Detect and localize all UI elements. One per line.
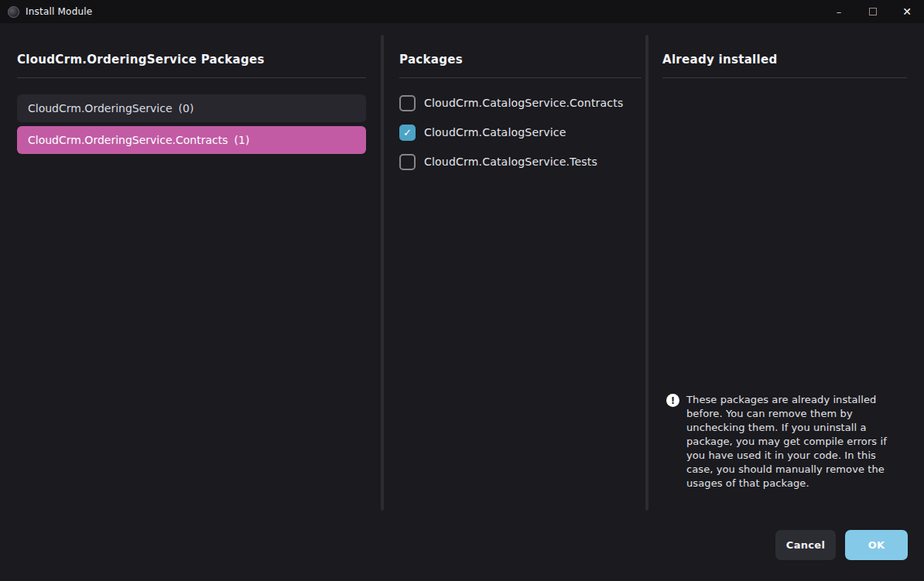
module-item-name: CloudCrm.OrderingService	[28, 102, 173, 114]
checkbox-checked-icon[interactable]: ✓	[399, 125, 416, 141]
module-item-orderingservice[interactable]: CloudCrm.OrderingService (0)	[17, 94, 366, 122]
packages-panel-underline	[399, 77, 642, 78]
package-row-catalogservice[interactable]: ✓ CloudCrm.CatalogService	[399, 123, 642, 142]
maximize-icon	[869, 8, 877, 15]
info-icon: !	[666, 394, 679, 407]
window-controls: – ✕	[822, 0, 924, 23]
installed-panel-header: Already installed	[662, 53, 778, 67]
module-item-count: (0)	[179, 102, 194, 114]
package-row-catalogservice-tests[interactable]: CloudCrm.CatalogService.Tests	[399, 152, 642, 171]
package-label: CloudCrm.CatalogService.Tests	[424, 156, 597, 168]
titlebar: Install Module – ✕	[0, 0, 924, 23]
module-item-orderingservice-contracts[interactable]: CloudCrm.OrderingService.Contracts (1)	[17, 126, 366, 154]
minimize-icon: –	[837, 6, 842, 18]
divider-right	[645, 35, 649, 511]
window-title: Install Module	[26, 6, 92, 17]
module-list: CloudCrm.OrderingService (0) CloudCrm.Or…	[17, 94, 366, 158]
app-icon	[8, 6, 19, 18]
checkbox-unchecked-icon[interactable]	[399, 95, 416, 111]
checkbox-unchecked-icon[interactable]	[399, 154, 416, 170]
package-list: CloudCrm.CatalogService.Contracts ✓ Clou…	[399, 94, 642, 182]
module-item-name: CloudCrm.OrderingService.Contracts	[28, 134, 228, 146]
close-button[interactable]: ✕	[890, 0, 924, 23]
installed-panel-underline	[662, 77, 907, 78]
module-item-count: (1)	[234, 134, 250, 146]
modules-panel-header: CloudCrm.OrderingService Packages	[17, 53, 265, 67]
package-row-catalogservice-contracts[interactable]: CloudCrm.CatalogService.Contracts	[399, 94, 642, 112]
packages-panel-header: Packages	[399, 53, 463, 67]
cancel-button[interactable]: Cancel	[775, 530, 836, 560]
modules-panel-underline	[17, 77, 366, 78]
installed-note-text: These packages are already installed bef…	[686, 393, 894, 490]
maximize-button[interactable]	[856, 0, 890, 23]
divider-left	[381, 35, 384, 511]
close-icon: ✕	[902, 5, 912, 18]
ok-button[interactable]: OK	[845, 530, 908, 560]
package-label: CloudCrm.CatalogService.Contracts	[424, 97, 623, 109]
minimize-button[interactable]: –	[822, 0, 856, 23]
package-label: CloudCrm.CatalogService	[424, 126, 566, 138]
installed-note: ! These packages are already installed b…	[666, 393, 898, 490]
